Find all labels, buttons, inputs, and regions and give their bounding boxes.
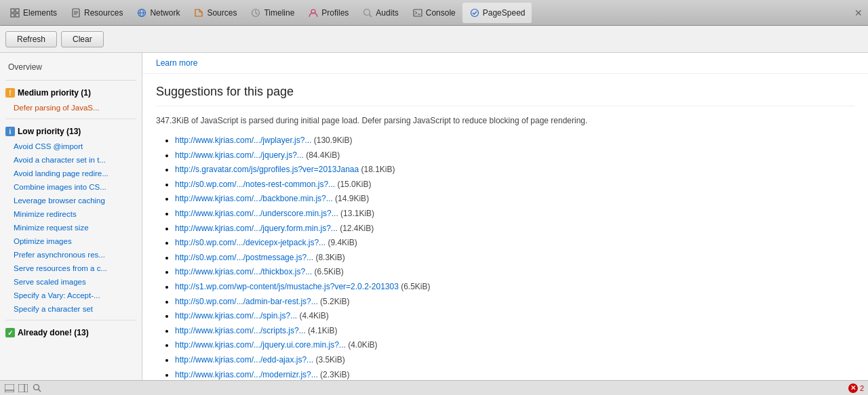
sidebar-item-prefer-async[interactable]: Prefer asynchronous res... (0, 248, 142, 262)
tab-network-label: Network (150, 8, 180, 18)
svg-rect-3 (16, 14, 19, 17)
resource-link[interactable]: http://s0.wp.com/.../notes-rest-common.j… (175, 180, 335, 189)
tab-network[interactable]: Network (130, 3, 186, 23)
sidebar-item-specify-charset[interactable]: Specify a character set (0, 302, 142, 316)
search-icon[interactable] (31, 383, 42, 394)
resource-size: (14.9KiB) (333, 194, 369, 203)
dock-side-icon[interactable] (18, 383, 28, 394)
done-icon: ✓ (5, 328, 15, 337)
learn-more-link[interactable]: Learn more (156, 58, 197, 68)
resource-link[interactable]: http://www.kjrias.com/.../jquery.js?... (175, 150, 304, 160)
sidebar-item-serve-resources[interactable]: Serve resources from a c... (0, 262, 142, 275)
pagespeed-icon (469, 7, 480, 18)
sidebar-item-avoid-landing[interactable]: Avoid landing page redire... (0, 167, 142, 180)
refresh-button[interactable]: Refresh (5, 31, 57, 47)
resource-link[interactable]: http://www.kjrias.com/.../underscore.min… (175, 209, 338, 218)
tab-resources[interactable]: Resources (64, 3, 130, 23)
resource-size: (6.5KiB) (399, 282, 431, 291)
profiles-icon (308, 7, 319, 18)
resource-link[interactable]: http://www.kjrias.com/.../jquery.form.mi… (175, 224, 338, 233)
resource-link[interactable]: http://www.kjrias.com/.../thickbox.js?..… (175, 267, 312, 276)
tab-profiles-label: Profiles (321, 8, 349, 18)
tab-console[interactable]: Console (406, 3, 462, 23)
svg-rect-2 (11, 14, 14, 17)
resource-size: (4.1KiB) (306, 326, 338, 335)
sidebar-item-minimize-request[interactable]: Minimize request size (0, 221, 142, 234)
sidebar-section-low[interactable]: i Low priority (13) (0, 123, 142, 140)
resource-size: (13.1KiB) (338, 209, 374, 218)
sidebar: Overview ! Medium priority (1) Defer par… (0, 53, 142, 380)
tab-console-label: Console (426, 8, 456, 18)
tab-elements[interactable]: Elements (3, 3, 64, 23)
resource-item: http://www.kjrias.com/.../jquery.form.mi… (175, 222, 854, 236)
clear-button[interactable]: Clear (61, 31, 104, 47)
resource-link[interactable]: http://www.kjrias.com/.../scripts.js?... (175, 326, 306, 335)
resource-link[interactable]: http://s1.wp.com/wp-content/js/mustache.… (175, 282, 399, 291)
resource-item: http://s0.wp.com/.../admin-bar-rest.js?.… (175, 295, 854, 310)
suggestions-title: Suggestions for this page (156, 85, 854, 106)
sidebar-section-done[interactable]: ✓ Already done! (13) (0, 325, 142, 341)
resource-size: (3.5KiB) (313, 355, 345, 365)
resource-item: http://s0.wp.com/.../devicepx-jetpack.js… (175, 236, 854, 251)
tab-profiles[interactable]: Profiles (301, 3, 355, 23)
error-count: 2 (860, 384, 864, 392)
resource-item: http://www.kjrias.com/.../jquery.js?... … (175, 148, 854, 163)
sidebar-overview[interactable]: Overview (0, 58, 142, 76)
close-devtools-button[interactable]: ✕ (852, 6, 865, 20)
resource-link[interactable]: http://www.kjrias.com/.../jwplayer.js?..… (175, 136, 311, 145)
resource-link[interactable]: http://www.kjrias.com/.../backbone.min.j… (175, 194, 333, 203)
tab-sources-label: Sources (207, 8, 237, 18)
resource-link[interactable]: http://s0.wp.com/.../admin-bar-rest.js?.… (175, 297, 318, 306)
done-label: Already done! (13) (18, 328, 89, 337)
resource-link[interactable]: http://www.kjrias.com/.../modernizr.js?.… (175, 370, 318, 379)
tab-audits[interactable]: Audits (355, 3, 405, 23)
svg-line-25 (38, 390, 41, 392)
sidebar-item-avoid-css[interactable]: Avoid CSS @import (0, 140, 142, 153)
sidebar-item-leverage-cache[interactable]: Leverage browser caching (0, 194, 142, 207)
dock-bottom-icon[interactable] (4, 383, 15, 394)
svg-rect-1 (16, 9, 19, 12)
resource-link[interactable]: http://www.kjrias.com/.../jquery.ui.core… (175, 340, 346, 350)
low-priority-icon: i (5, 127, 15, 136)
sidebar-item-minimize-redirects[interactable]: Minimize redirects (0, 207, 142, 221)
svg-point-15 (364, 9, 370, 15)
resource-size: (2.3KiB) (318, 370, 350, 379)
resources-icon (71, 7, 81, 18)
resource-size: (8.3KiB) (313, 253, 345, 262)
resource-size: (5.2KiB) (318, 297, 350, 306)
tab-bar: Elements Resources Network Sources Timel… (0, 0, 868, 26)
main-area: Overview ! Medium priority (1) Defer par… (0, 53, 868, 380)
tab-resources-label: Resources (84, 8, 123, 18)
sidebar-item-optimize-images[interactable]: Optimize images (0, 234, 142, 248)
resource-list: http://www.kjrias.com/.../jwplayer.js?..… (156, 133, 854, 380)
sidebar-item-defer-js[interactable]: Defer parsing of JavaS... (0, 101, 142, 115)
sidebar-item-specify-vary[interactable]: Specify a Vary: Accept-... (0, 289, 142, 302)
resource-item: http://www.kjrias.com/.../modernizr.js?.… (175, 368, 854, 381)
svg-point-24 (33, 385, 39, 390)
resource-link[interactable]: http://www.kjrias.com/.../spin.js?... (175, 311, 297, 320)
tab-timeline[interactable]: Timeline (243, 3, 301, 23)
sidebar-section-medium[interactable]: ! Medium priority (1) (0, 85, 142, 101)
sidebar-item-avoid-charset[interactable]: Avoid a character set in t... (0, 153, 142, 167)
resource-item: http://s.gravatar.com/js/gprofiles.js?ve… (175, 163, 854, 178)
sidebar-item-combine-images[interactable]: Combine images into CS... (0, 180, 142, 194)
tab-sources[interactable]: Sources (186, 3, 243, 23)
tab-timeline-label: Timeline (264, 8, 294, 18)
resource-link[interactable]: http://s.gravatar.com/js/gprofiles.js?ve… (175, 165, 359, 174)
content-area: Learn more Suggestions for this page 347… (142, 53, 868, 380)
resource-link[interactable]: http://www.kjrias.com/.../edd-ajax.js?..… (175, 355, 313, 365)
resource-link[interactable]: http://s0.wp.com/.../postmessage.js?... (175, 253, 313, 262)
resource-item: http://www.kjrias.com/.../backbone.min.j… (175, 192, 854, 207)
content-section: Suggestions for this page 347.3KiB of Ja… (142, 74, 868, 380)
audits-icon (362, 7, 373, 18)
medium-priority-label: Medium priority (1) (18, 88, 91, 98)
resource-size: (12.4KiB) (338, 224, 374, 233)
tab-pagespeed[interactable]: PageSpeed (462, 3, 532, 23)
resource-link[interactable]: http://s0.wp.com/.../devicepx-jetpack.js… (175, 238, 326, 247)
sources-icon (193, 7, 204, 18)
resource-size: (4.0KiB) (346, 340, 378, 350)
sidebar-divider-3 (5, 320, 136, 320)
summary-text: 347.3KiB of JavaScript is parsed during … (156, 115, 854, 127)
resource-size: (84.4KiB) (304, 150, 340, 160)
sidebar-item-serve-scaled[interactable]: Serve scaled images (0, 275, 142, 289)
